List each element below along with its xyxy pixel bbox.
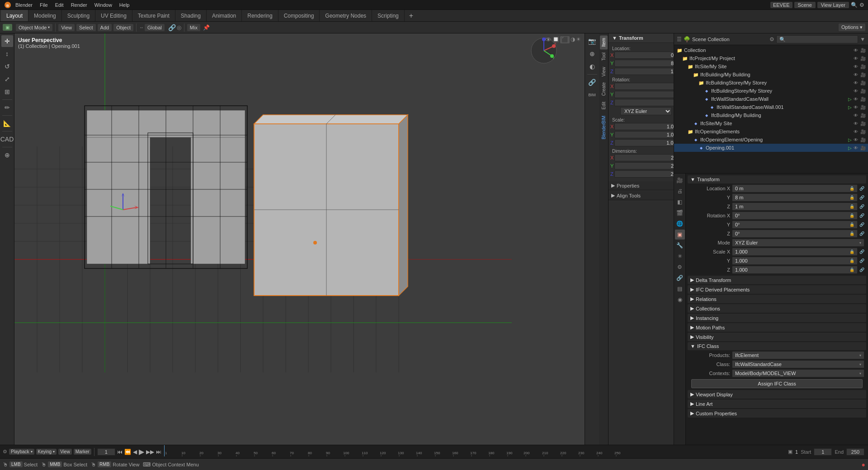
prop-tab-render[interactable]: 🎥	[675, 175, 685, 185]
timeline-fps-icon[interactable]: ⚙	[3, 449, 7, 455]
ifc-products-value[interactable]: IfcElement ▾	[732, 351, 864, 359]
timeline-jump-end[interactable]: ⏭	[156, 449, 161, 455]
mix-selector[interactable]: Mix	[187, 24, 200, 31]
viewport-shading-rendered[interactable]: ☀	[576, 36, 581, 43]
outliner-item-ifc-storey2[interactable]: ◆ IfcBuildingStorey/My Storey 👁 🎥	[674, 87, 868, 95]
rotation-x-input[interactable]	[614, 83, 674, 90]
prop-tab-particles[interactable]: ✳	[675, 251, 685, 261]
dim-x-input[interactable]	[614, 154, 674, 161]
tab-compositing[interactable]: Compositing	[278, 10, 320, 21]
visibility-icon-building2[interactable]: 👁	[853, 112, 859, 118]
prop-rotation-z-copy[interactable]: 🔗	[859, 231, 864, 236]
menu-help[interactable]: Help	[116, 1, 133, 9]
tab-shading[interactable]: Shading	[175, 10, 207, 21]
tool-measure[interactable]: 📐	[1, 118, 13, 129]
outliner-item-ifc-project[interactable]: 📁 IfcProject/My Project 👁 🎥	[674, 54, 868, 62]
location-x-input[interactable]	[614, 52, 674, 59]
tab-layout[interactable]: Layout	[1, 10, 28, 21]
visibility-icon-site2[interactable]: 👁	[853, 120, 859, 127]
render-icon-project[interactable]: 🎥	[860, 55, 866, 61]
render-icon-wall[interactable]: 🎥	[860, 96, 866, 102]
object-menu[interactable]: Object	[113, 24, 133, 31]
render-icon-site[interactable]: 🎥	[860, 63, 866, 70]
sidebar-tab-blenderbim[interactable]: BlenderBIM	[600, 113, 608, 142]
prop-scale-z-copy[interactable]: 🔗	[859, 268, 864, 272]
render-icon-building2[interactable]: 🎥	[860, 112, 866, 118]
ifc-class-header[interactable]: ▼ IFC Class	[688, 342, 866, 350]
visibility-icon-site[interactable]: 👁	[853, 63, 859, 70]
prop-tab-modifier[interactable]: 🔧	[675, 240, 685, 250]
visibility-icon-building[interactable]: 👁	[853, 71, 859, 78]
sidebar-tab-view[interactable]: View	[600, 64, 608, 80]
pin-icon[interactable]: 📌	[203, 24, 210, 31]
render-icon-opening-el[interactable]: 🎥	[860, 136, 866, 143]
scale-x-input[interactable]	[614, 123, 674, 130]
tool-rotate[interactable]: ↺	[1, 61, 13, 72]
rotation-z-input[interactable]	[614, 99, 674, 106]
mode-icon-btn[interactable]: ▣	[3, 24, 12, 31]
render-icon-storey[interactable]: 🎥	[860, 80, 866, 86]
tab-scripting[interactable]: Scripting	[372, 10, 405, 21]
dim-z-input[interactable]	[614, 170, 674, 178]
visibility-icon-wall[interactable]: 👁	[853, 96, 859, 102]
render-icon-opening-coll[interactable]: 🎥	[860, 128, 866, 135]
align-tools-header[interactable]: ▶ Align Tools	[609, 191, 674, 200]
prop-scale-x-copy[interactable]: 🔗	[859, 249, 864, 254]
prop-tab-output[interactable]: 🖨	[675, 186, 685, 196]
sidebar-tab-tool[interactable]: Tool	[600, 50, 608, 63]
prop-transform-header[interactable]: ▼ Transform	[688, 175, 866, 183]
scale-z-input[interactable]	[614, 139, 674, 146]
visibility-icon-opening-el[interactable]: 👁	[853, 136, 859, 143]
viewport-tool-camera[interactable]: 📷	[586, 35, 598, 47]
mode-selector[interactable]: Object Mode▾	[16, 24, 52, 31]
tab-rendering[interactable]: Rendering	[242, 10, 278, 21]
tab-texture-paint[interactable]: Texture Paint	[132, 10, 175, 21]
outliner-item-ifc-wall[interactable]: ◆ IfcWallStandardCase/Wall ▷ 👁 🎥	[674, 95, 868, 103]
location-y-input[interactable]	[614, 60, 674, 67]
render-icon-building[interactable]: 🎥	[860, 71, 866, 78]
prop-tab-object[interactable]: ▣	[675, 230, 685, 240]
prop-tab-scene[interactable]: 🎬	[675, 208, 685, 218]
visibility-icon-wall2[interactable]: 👁	[853, 104, 859, 110]
tool-cursor[interactable]: ✛	[1, 35, 13, 47]
visibility-icon-storey2[interactable]: 👁	[853, 88, 859, 94]
scene-selector[interactable]: Scene	[794, 2, 816, 8]
visibility-header[interactable]: ▶ Visibility	[688, 333, 866, 341]
tool-extra[interactable]: ⊕	[1, 149, 13, 161]
timeline-marker-menu[interactable]: Marker	[74, 449, 91, 455]
menu-file[interactable]: File	[36, 1, 52, 9]
outliner-item-ifc-building2[interactable]: ◆ IfcBuilding/My Building 👁 🎥	[674, 111, 868, 119]
outliner-filter-icon[interactable]: ⚙	[769, 36, 774, 42]
instancing-header[interactable]: ▶ Instancing	[688, 314, 866, 322]
render-icon-site2[interactable]: 🎥	[860, 120, 866, 127]
prop-rotation-x-copy[interactable]: 🔗	[859, 213, 864, 218]
rotation-y-input[interactable]	[614, 91, 674, 98]
outliner-item-ifc-site2[interactable]: ◆ IfcSite/My Site 👁 🎥	[674, 119, 868, 127]
visibility-icon-opening001[interactable]: 👁	[853, 145, 859, 151]
proportional-icon[interactable]: ◎	[177, 24, 181, 31]
visibility-icon-storey[interactable]: 👁	[853, 80, 859, 86]
tool-transform[interactable]: ⊞	[1, 86, 13, 98]
properties-header[interactable]: ▶ Properties	[609, 181, 674, 190]
viewport-display-header[interactable]: ▶ Viewport Display	[688, 390, 866, 399]
menu-edit[interactable]: Edit	[52, 1, 67, 9]
outliner-menu-icon[interactable]: ☰	[677, 36, 682, 42]
search-icon[interactable]: 🔍	[851, 2, 858, 8]
tab-sculpting[interactable]: Sculpting	[62, 10, 95, 21]
prop-scale-x-value[interactable]: 1.000 🔒	[732, 248, 858, 256]
viewport-shading-material[interactable]: ◑	[571, 36, 575, 43]
prop-tab-material[interactable]: ◉	[675, 295, 685, 305]
outliner-item-ifc-opening-coll[interactable]: 📁 IfcOpeningElements 👁 🎥	[674, 127, 868, 136]
prop-location-x-copy[interactable]: 🔗	[859, 186, 864, 191]
timeline-step-forward[interactable]: ▶▶	[146, 449, 154, 455]
prop-tab-world[interactable]: 🌐	[675, 219, 685, 229]
engine-selector[interactable]: EEVEE	[770, 2, 793, 8]
dim-y-input[interactable]	[614, 162, 674, 169]
tool-cad[interactable]: CAD	[1, 133, 13, 145]
collections-header[interactable]: ▶ Collections	[688, 304, 866, 313]
view-menu[interactable]: View	[58, 24, 75, 31]
outliner-item-ifc-building[interactable]: 📁 IfcBuilding/My Building 👁 🎥	[674, 70, 868, 79]
prop-tab-constraints[interactable]: 🔗	[675, 273, 685, 283]
snap-icon[interactable]: 🔗	[168, 24, 176, 31]
prop-tab-data[interactable]: ▤	[675, 284, 685, 294]
